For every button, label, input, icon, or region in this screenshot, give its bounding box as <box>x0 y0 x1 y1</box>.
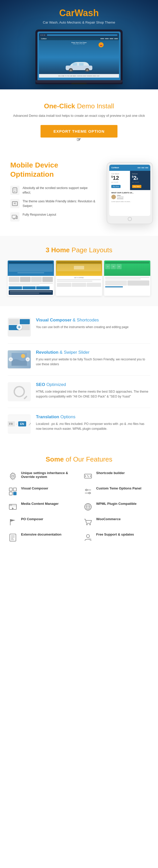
client-row-1: Clive Customer ★★★★★ <box>111 195 148 199</box>
tablet-header: CarWash <box>109 165 150 171</box>
swipe-icon <box>10 186 20 195</box>
translation-title-normal: Options <box>60 414 75 419</box>
car-svg <box>63 60 95 71</box>
thumb-cars-1 <box>9 277 53 282</box>
po-title: PO Composer <box>21 517 75 521</box>
media-icon <box>8 502 18 512</box>
laptop-base <box>35 80 123 83</box>
shortcode-svg <box>84 472 92 480</box>
vc-svg <box>9 487 17 496</box>
grid-feature-docs: Extensive documentation <box>8 532 75 543</box>
logo-part2: Wash <box>75 8 99 18</box>
grid-feature-custom-options: Custom Teme Options Panel <box>83 486 150 497</box>
one-click-description: Advanced Demo data install tool helps to… <box>10 113 148 119</box>
tablet-mockup-container: CarWash Car Wash $12 per month Buy Now <box>102 162 153 224</box>
options-svg <box>84 487 92 496</box>
layout-thumb-body-2: Get a Coffee! <box>56 276 102 288</box>
seo-content: SEO Optimized HTML code integrated into … <box>36 382 150 399</box>
svg-rect-6 <box>73 63 77 66</box>
seo-title: SEO Optimized <box>36 382 150 387</box>
mobile-feature-text-2: The theme uses Mobile Friendly sliders: … <box>23 199 97 208</box>
client-stars: ★★★★★ <box>117 198 124 199</box>
grid-feature-vc: Visual Composer <box>8 486 75 497</box>
logo-container: CarWash <box>5 8 153 19</box>
layout-thumb-2: Get a Coffee! <box>56 260 102 296</box>
slider-title: Revolution & Swiper Slider <box>36 350 150 355</box>
slider-icon-box: ‹ › <box>8 350 31 369</box>
wpml-icon <box>83 502 93 512</box>
woocommerce-icon <box>83 517 93 527</box>
feature-translation: FR › EN ↗ Translation Options Localized:… <box>8 408 150 440</box>
layout-thumb-hero-2 <box>56 260 102 276</box>
grid-feature-po: PO Composer <box>8 517 75 527</box>
clients-section: WHAT OUR CLIENTS SA... Clive Customer ★★… <box>109 190 150 204</box>
layouts-title: 3 Home Page Layouts <box>5 246 153 254</box>
some-features-section: Some of Our Features Unique settings inh… <box>0 445 158 553</box>
slider-title-normal: & Swiper Slider <box>60 350 89 355</box>
slider-arrow-left[interactable]: ‹ <box>9 357 13 362</box>
export-theme-button[interactable]: EXPORT THEME OPTION <box>41 125 117 137</box>
seo-icon-box <box>8 382 31 401</box>
grid-feature-support: Free Support & updates <box>83 532 150 543</box>
svg-rect-33 <box>14 492 17 495</box>
grid-feature-media: Media Content Manager <box>8 502 75 512</box>
po-text: PO Composer <box>21 517 75 522</box>
slider-desc: If you want your website to be fully Tou… <box>36 357 150 367</box>
laptop-screen: CarWash Keep Your Car Clean Every Day of… <box>37 31 121 80</box>
client-quote: Lorem ipsum dolor sit amet... <box>111 200 148 203</box>
wpml-text: WPML Plugin Compatible <box>96 502 150 506</box>
svg-point-22 <box>21 354 25 358</box>
translation-title-highlight: Translation <box>36 414 59 419</box>
laptop-stand <box>71 83 87 84</box>
layout-thumb-1 <box>8 260 54 296</box>
tablet-buy-btn-2[interactable]: Buy Now <box>132 185 141 188</box>
laptop-mockup: CarWash Keep Your Car Clean Every Day of… <box>35 29 123 84</box>
support-text: Free Support & updates <box>96 532 150 537</box>
hero-section: CarWash Car Wash, Auto Mechanic & Repair… <box>0 0 158 89</box>
translation-icon-box: FR › EN ↗ <box>8 414 31 434</box>
layout-thumb-hero-3: 17 18 29 <box>104 260 150 276</box>
unique-settings-text: Unique settings inheritance & Override s… <box>21 471 75 479</box>
swipe-svg <box>12 187 18 193</box>
mobile-section: Mobile Device Optimization Absolutly all… <box>0 145 158 236</box>
vc-mockup <box>8 318 31 336</box>
svg-rect-32 <box>9 492 12 495</box>
shortcode-text: Shortcode builder <box>96 471 150 475</box>
price-value-1: $12 <box>111 175 128 181</box>
layout-thumb-body-1 <box>8 276 54 296</box>
screen-content: CarWash Keep Your Car Clean Every Day of… <box>39 37 119 78</box>
svg-point-48 <box>89 524 91 525</box>
slider-mockup: ‹ › <box>8 350 31 368</box>
mobile-title: Mobile Device Optimization <box>10 161 97 179</box>
vc-cell-1 <box>9 319 19 324</box>
flag-svg <box>9 518 17 526</box>
options-panel-title: Custom Teme Options Panel <box>96 486 150 490</box>
hero-tagline: Car Wash, Auto Mechanic & Repair Shop Th… <box>5 21 153 24</box>
feature-seo: SEO Optimized HTML code integrated into … <box>8 376 150 408</box>
mobile-feature-1: Absolutly all the scrolled sections supp… <box>10 186 97 195</box>
grid-feature-wpml: WPML Plugin Compatible <box>83 502 150 512</box>
grid-feature-shortcode: Shortcode builder <box>83 471 150 481</box>
slider-title-highlight: Revolution <box>36 350 58 355</box>
screen-subtitle: Every Day of The Year! <box>71 43 86 44</box>
slider-arrow-right[interactable]: › <box>26 357 30 362</box>
mobile-feature-text-3: Fully Responsive Layout <box>23 212 56 217</box>
grid-feature-unique-settings: Unique settings inheritance & Override s… <box>8 471 75 481</box>
seo-title-normal: Optimized <box>47 382 66 387</box>
layouts-section: 3 Home Page Layouts <box>0 236 158 306</box>
mobile-feature-text-1: Absolutly all the scrolled sections supp… <box>23 186 97 195</box>
woo-title: WooCommerce <box>96 517 150 521</box>
media-text: Media Content Manager <box>21 502 75 506</box>
vc-grid-title: Visual Composer <box>21 486 75 490</box>
slider-content: Revolution & Swiper Slider If you want y… <box>36 350 150 367</box>
layouts-grid: Get a Coffee! 17 18 29 <box>5 260 153 296</box>
expand-svg <box>18 325 21 329</box>
vc-desc: You can use both of the instruments when… <box>36 325 150 330</box>
some-title-rest: of Our Features <box>65 455 112 463</box>
tablet-home-button[interactable] <box>128 217 132 221</box>
magnifier-circle <box>14 386 25 397</box>
svg-point-54 <box>86 534 89 537</box>
vc-icon-box <box>8 318 31 337</box>
tablet-buy-btn[interactable]: Buy Now <box>111 185 121 188</box>
feature-slider: ‹ › Revolution & Swiper Slider If you wa… <box>8 343 150 376</box>
